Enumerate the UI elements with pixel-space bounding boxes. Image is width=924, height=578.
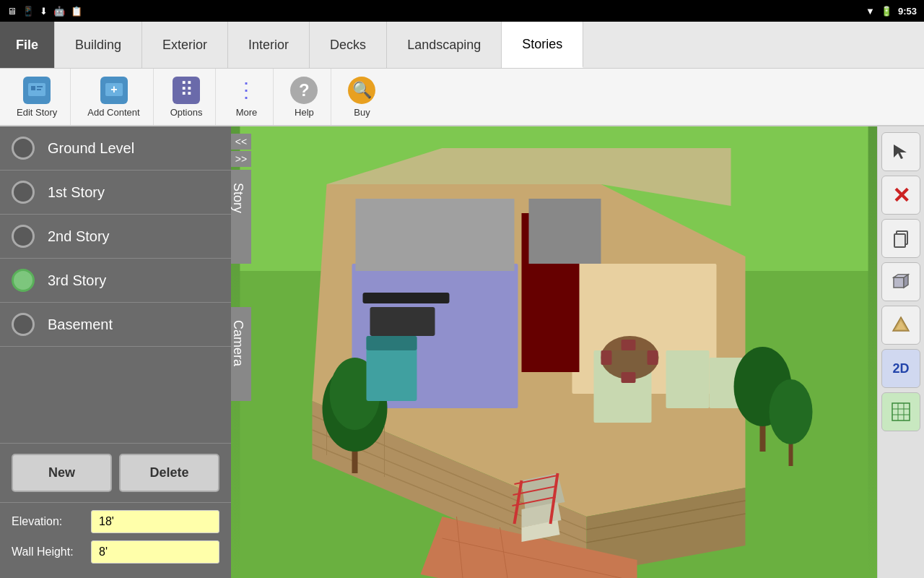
wall-height-row: Wall Height:: [12, 540, 219, 564]
elevation-label: Elevation:: [12, 515, 91, 528]
story-label-ground: Ground Level: [48, 140, 134, 157]
icon-download: ⬇: [40, 6, 48, 17]
svg-rect-14: [529, 199, 601, 264]
svg-rect-64: [892, 403, 910, 420]
right-toolbar: ✕ 2D: [877, 126, 924, 578]
edit-story-label: Edit Story: [17, 107, 57, 118]
wifi-icon: ▼: [866, 6, 875, 17]
3d-box-button[interactable]: [881, 262, 920, 301]
buy-label: Buy: [354, 107, 370, 118]
svg-rect-59: [894, 277, 904, 288]
story-label-basement: Basement: [48, 316, 113, 333]
story-radio-1st: [12, 181, 35, 204]
icon-display: 🖥: [7, 6, 17, 17]
svg-marker-56: [894, 144, 907, 159]
more-icon: ⋮: [232, 77, 260, 104]
svg-rect-51: [622, 340, 636, 350]
house-scene-svg: [231, 126, 877, 578]
status-bar: 🖥 📱 ⬇ 🤖 📋 ▼ 🔋 9:53: [0, 0, 924, 22]
story-item-1st[interactable]: 1st Story: [0, 171, 231, 215]
story-radio-inner-3rd: [18, 275, 28, 285]
status-icons-right: ▼ 🔋 9:53: [866, 6, 917, 17]
help-icon: ?: [290, 77, 318, 104]
story-tab-label: Story: [231, 183, 245, 213]
stories-list: Ground Level 1st Story 2nd Story 3rd Sto…: [0, 126, 231, 443]
options-icon: ⠿: [173, 77, 200, 104]
collapse-down-button[interactable]: >>: [231, 151, 251, 167]
toolbar-buy[interactable]: 🔍 Buy: [335, 69, 388, 125]
story-label-2nd: 2nd Story: [48, 228, 110, 245]
toolbar-options[interactable]: ⠿ Options: [157, 69, 217, 125]
story-label-1st: 1st Story: [48, 184, 105, 201]
camera-side-tab[interactable]: Camera: [231, 307, 251, 401]
3d-view[interactable]: [231, 126, 877, 578]
story-item-basement[interactable]: Basement: [0, 303, 231, 347]
svg-rect-16: [666, 350, 710, 408]
story-item-3rd[interactable]: 3rd Story: [0, 259, 231, 303]
2d-button[interactable]: 2D: [881, 349, 920, 388]
elevation-row: Elevation:: [12, 510, 219, 533]
options-label: Options: [170, 107, 203, 118]
camera-tab-label: Camera: [231, 320, 245, 366]
wall-height-input[interactable]: [91, 540, 219, 564]
material-button[interactable]: [881, 306, 920, 345]
collapse-up-button[interactable]: <<: [231, 134, 251, 150]
grid-button[interactable]: [881, 392, 920, 431]
tab-landscaping[interactable]: Landscaping: [387, 22, 502, 68]
story-item-ground[interactable]: Ground Level: [0, 126, 231, 171]
icon-phone: 📱: [22, 6, 34, 17]
toolbar: Edit Story + Add Content ⠿ Options ⋮ Mor…: [0, 69, 924, 126]
story-radio-ground: [12, 137, 35, 160]
battery-icon: 🔋: [881, 6, 892, 17]
svg-rect-1: [31, 86, 35, 90]
status-icons-left: 🖥 📱 ⬇ 🤖 📋: [7, 6, 82, 17]
cursor-button[interactable]: [881, 132, 920, 171]
more-label: More: [236, 107, 258, 118]
toolbar-edit-story[interactable]: Edit Story: [4, 69, 71, 125]
tab-exterior[interactable]: Exterior: [142, 22, 228, 68]
story-radio-2nd: [12, 225, 35, 248]
svg-rect-58: [894, 234, 905, 247]
toolbar-add-content[interactable]: + Add Content: [74, 69, 153, 125]
svg-rect-52: [622, 372, 636, 383]
tab-building[interactable]: Building: [55, 22, 142, 68]
help-label: Help: [295, 107, 314, 118]
tab-decks[interactable]: Decks: [310, 22, 387, 68]
svg-rect-50: [648, 350, 658, 365]
tab-stories[interactable]: Stories: [502, 22, 583, 68]
copy-button[interactable]: [881, 219, 920, 258]
story-item-2nd[interactable]: 2nd Story: [0, 215, 231, 259]
top-nav: File Building Exterior Interior Decks La…: [0, 22, 924, 69]
delete-button[interactable]: Delete: [119, 454, 219, 492]
delete-button-right[interactable]: ✕: [881, 176, 920, 215]
svg-rect-54: [367, 336, 417, 350]
add-content-icon: +: [100, 77, 128, 104]
icon-clipboard: 📋: [71, 6, 82, 17]
tab-file[interactable]: File: [0, 22, 55, 68]
buy-icon: 🔍: [348, 77, 375, 104]
form-fields: Elevation: Wall Height:: [0, 503, 231, 578]
add-content-label: Add Content: [87, 107, 139, 118]
main-area: Ground Level 1st Story 2nd Story 3rd Sto…: [0, 126, 924, 578]
svg-rect-2: [37, 86, 43, 87]
wall-height-label: Wall Height:: [12, 545, 91, 558]
tab-interior[interactable]: Interior: [228, 22, 310, 68]
collapse-arrows: << >>: [231, 134, 251, 167]
story-side-tab[interactable]: Story: [231, 170, 251, 264]
icon-robot: 🤖: [53, 6, 65, 17]
edit-story-icon: [23, 77, 51, 104]
elevation-input[interactable]: [91, 510, 219, 533]
left-panel: Ground Level 1st Story 2nd Story 3rd Sto…: [0, 126, 231, 578]
new-button[interactable]: New: [12, 454, 112, 492]
svg-point-46: [770, 379, 813, 444]
svg-rect-55: [363, 293, 450, 303]
svg-rect-13: [356, 199, 515, 271]
toolbar-help[interactable]: ? Help: [277, 69, 331, 125]
story-label-3rd: 3rd Story: [48, 272, 106, 289]
svg-rect-3: [37, 89, 41, 90]
toolbar-more[interactable]: ⋮ More: [219, 69, 274, 125]
time: 9:53: [898, 6, 917, 17]
story-buttons: New Delete: [0, 443, 231, 503]
story-radio-basement: [12, 313, 35, 336]
svg-rect-47: [370, 307, 435, 336]
